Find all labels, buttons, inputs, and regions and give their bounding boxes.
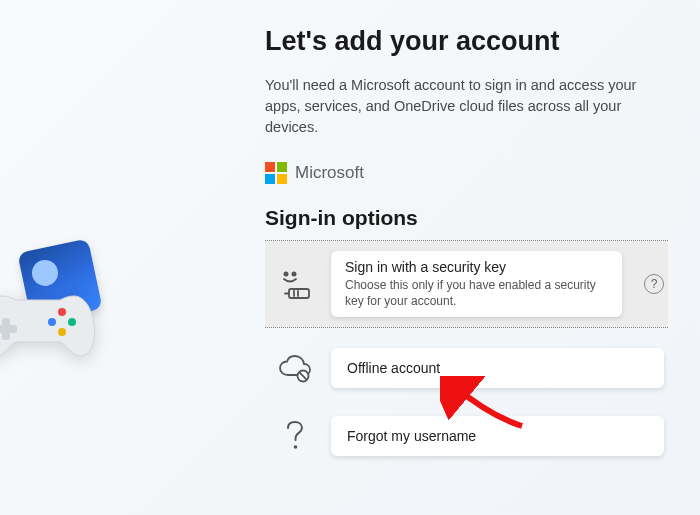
option-offline-account[interactable]: Offline account: [265, 340, 668, 396]
option-card: Sign in with a security key Choose this …: [331, 251, 622, 317]
main-panel: Let's add your account You'll need a Mic…: [265, 26, 668, 476]
option-card: Forgot my username: [331, 416, 664, 456]
option-forgot-username[interactable]: Forgot my username: [265, 408, 668, 464]
option-title: Forgot my username: [347, 428, 648, 444]
svg-point-3: [58, 328, 66, 336]
svg-point-7: [292, 273, 295, 276]
brand-text: Microsoft: [295, 163, 364, 183]
help-icon[interactable]: ?: [644, 274, 664, 294]
cloud-offline-icon: [275, 350, 315, 386]
svg-point-6: [284, 273, 287, 276]
brand-row: Microsoft: [265, 162, 668, 184]
svg-rect-5: [0, 325, 17, 333]
option-title: Offline account: [347, 360, 648, 376]
page-title: Let's add your account: [265, 26, 668, 57]
svg-point-2: [48, 318, 56, 326]
option-desc: Choose this only if you have enabled a s…: [345, 277, 605, 309]
security-key-icon: [275, 266, 315, 302]
gamepad-icon: [0, 278, 98, 372]
option-security-key[interactable]: Sign in with a security key Choose this …: [265, 240, 668, 328]
question-icon: [275, 418, 315, 454]
section-heading: Sign-in options: [265, 206, 668, 230]
page-subtitle: You'll need a Microsoft account to sign …: [265, 75, 645, 138]
option-title: Sign in with a security key: [345, 259, 608, 275]
option-card: Offline account: [331, 348, 664, 388]
svg-point-1: [68, 318, 76, 326]
svg-point-0: [58, 308, 66, 316]
microsoft-logo-icon: [265, 162, 287, 184]
svg-rect-8: [289, 289, 309, 298]
svg-point-14: [294, 446, 298, 450]
